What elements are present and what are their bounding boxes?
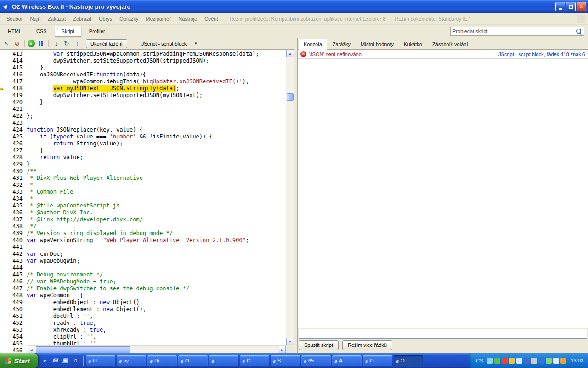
scroll-right-button[interactable]: ► xyxy=(278,346,286,353)
run-script-button[interactable]: Spustit skript xyxy=(299,340,339,350)
breakpoint-gutter[interactable] xyxy=(0,223,6,230)
step-over-icon[interactable]: ↻ xyxy=(62,40,71,48)
console-tab-konzola[interactable]: Konzola xyxy=(299,39,327,50)
tray-icon-7[interactable] xyxy=(531,358,537,364)
menu-grip-icon[interactable]: ≡ xyxy=(577,15,585,23)
taskbar-window-button[interactable]: eS... xyxy=(271,355,300,366)
vertical-scroll-thumb[interactable] xyxy=(287,93,294,101)
scroll-left-button[interactable]: ◄ xyxy=(28,346,35,353)
breakpoint-gutter[interactable] xyxy=(0,209,6,216)
menu-obrys[interactable]: Obrys xyxy=(95,14,116,23)
continue-icon[interactable]: ▶ xyxy=(28,40,35,47)
taskbar-clock[interactable]: 13:03 xyxy=(571,358,583,363)
breakpoint-gutter[interactable] xyxy=(0,216,6,223)
menu-soubor[interactable]: Soubor xyxy=(3,14,26,23)
breakpoint-gutter[interactable] xyxy=(0,292,6,299)
taskbar-window-button[interactable]: e65... xyxy=(301,355,331,366)
mail-icon[interactable]: ✉ xyxy=(51,357,59,365)
taskbar-window-button[interactable]: eG... xyxy=(240,355,269,366)
taskbar-window-button[interactable]: evy... xyxy=(117,355,146,366)
menu-nastroje[interactable]: Nástroje xyxy=(175,14,201,23)
breakpoint-gutter[interactable] xyxy=(0,189,6,196)
breakpoint-gutter[interactable] xyxy=(0,327,6,334)
tray-icon-4[interactable] xyxy=(509,358,515,364)
breakpoint-gutter[interactable] xyxy=(0,126,6,133)
breakpoint-gutter[interactable] xyxy=(0,347,6,353)
title-bar[interactable]: O2 Wireless Box II - Nástroje pro vývojá… xyxy=(0,0,588,13)
breakpoint-gutter[interactable] xyxy=(0,182,6,189)
breakpoint-gutter[interactable] xyxy=(0,299,6,306)
taskbar-window-button[interactable]: eO... xyxy=(363,355,392,366)
tray-icon-1[interactable] xyxy=(487,358,493,364)
menu-zakazat[interactable]: Zakázat xyxy=(44,14,69,23)
breakpoint-gutter[interactable] xyxy=(0,147,6,154)
maximize-button[interactable] xyxy=(566,2,576,12)
breakpoint-gutter[interactable] xyxy=(0,133,6,140)
menu-overit[interactable]: Ověřit xyxy=(201,14,221,23)
breakpoint-gutter[interactable] xyxy=(0,140,6,147)
breakpoint-gutter[interactable] xyxy=(0,271,6,278)
breakpoint-gutter[interactable] xyxy=(0,58,6,64)
breakpoint-gutter[interactable] xyxy=(0,175,6,182)
taskbar-window-button[interactable]: eHi... xyxy=(147,355,177,366)
tray-icon-5[interactable] xyxy=(516,358,522,364)
breakpoint-gutter[interactable] xyxy=(0,161,6,168)
select-element-icon[interactable]: ↖ xyxy=(2,40,11,48)
disable-breakpoints-icon[interactable]: ⊘ xyxy=(12,40,22,48)
vertical-scrollbar[interactable]: ▲ ▼ xyxy=(286,50,294,345)
tab-css[interactable]: CSS xyxy=(29,26,54,37)
breakpoint-gutter[interactable] xyxy=(0,334,6,340)
tray-icon-3[interactable] xyxy=(502,358,508,364)
breakpoint-gutter[interactable] xyxy=(0,264,6,271)
breakpoint-gutter[interactable] xyxy=(0,320,6,327)
breakpoint-gutter[interactable] xyxy=(0,71,6,78)
close-button[interactable]: ✕ xyxy=(577,2,586,12)
breakpoint-gutter[interactable] xyxy=(0,237,6,244)
taskbar-window-button[interactable]: eO... xyxy=(394,355,423,366)
console-tab-zasobnik-volani[interactable]: Zásobník volání xyxy=(428,39,473,49)
breakpoint-gutter[interactable] xyxy=(0,340,6,347)
breakpoint-gutter[interactable] xyxy=(0,120,6,126)
step-out-icon[interactable]: ↑ xyxy=(73,40,82,48)
multiline-mode-button[interactable]: Režim více řádků xyxy=(342,340,392,350)
tray-icon-9[interactable] xyxy=(546,358,552,364)
pane-splitter[interactable] xyxy=(294,38,297,353)
console-tab-kukatko[interactable]: Kukátko xyxy=(399,39,427,49)
breakpoint-gutter[interactable] xyxy=(0,99,6,106)
breakpoint-gutter[interactable] xyxy=(0,168,6,175)
breakpoint-gutter[interactable] xyxy=(0,202,6,209)
tray-icon-6[interactable] xyxy=(524,358,530,364)
media-player-icon[interactable]: ♫ xyxy=(71,357,79,365)
breakpoint-gutter[interactable] xyxy=(0,92,6,99)
menu-obrazky[interactable]: Obrázky xyxy=(116,14,142,23)
taskbar-window-button[interactable]: eO... xyxy=(178,355,208,366)
tray-icon-2[interactable] xyxy=(494,358,500,364)
show-desktop-icon[interactable]: ▣ xyxy=(61,357,69,365)
breakpoint-gutter[interactable]: ► xyxy=(0,85,6,92)
menu-mezipamet[interactable]: Mezipaměť xyxy=(142,14,175,23)
console-input[interactable] xyxy=(299,329,587,339)
end-debugging-button[interactable]: Ukončit ladění xyxy=(86,39,127,48)
menu-najit[interactable]: Najít xyxy=(26,14,44,23)
breakpoint-gutter[interactable] xyxy=(0,51,6,58)
minimize-button[interactable] xyxy=(555,2,565,12)
tray-icon-10[interactable] xyxy=(553,358,559,364)
breakpoint-gutter[interactable] xyxy=(0,64,6,71)
search-input[interactable] xyxy=(452,29,576,34)
tab-skript[interactable]: Skript xyxy=(55,26,81,37)
taskbar-window-button[interactable]: eUl... xyxy=(86,355,115,366)
horizontal-scrollbar[interactable]: ◄ ► xyxy=(28,345,286,353)
breakpoint-gutter[interactable] xyxy=(0,306,6,313)
taskbar-window-button[interactable]: e...... xyxy=(209,355,238,366)
script-source-dropdown[interactable]: JScript - script block ▼ xyxy=(139,40,200,47)
step-into-icon[interactable]: ↓ xyxy=(51,40,61,48)
breakpoint-gutter[interactable] xyxy=(0,113,6,120)
horizontal-scroll-thumb[interactable] xyxy=(36,346,130,353)
internet-explorer-icon[interactable]: e xyxy=(41,357,49,365)
tab-profiler[interactable]: Profiler xyxy=(82,26,112,37)
code-editor[interactable]: 413 var strippedJSON=wpaCommon.stripPadd… xyxy=(0,50,294,353)
tray-icon-8[interactable] xyxy=(538,358,544,364)
error-source-link[interactable]: JScript - script block, řádek 418 znak 6 xyxy=(498,52,585,57)
tray-icon-11[interactable] xyxy=(560,358,566,364)
scroll-up-button[interactable]: ▲ xyxy=(286,50,294,58)
